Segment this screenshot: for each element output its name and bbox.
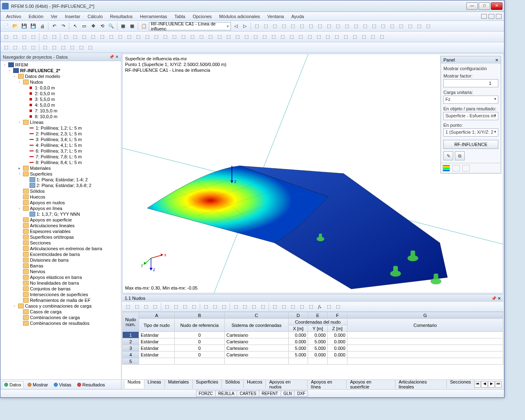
tb3-g-icon[interactable]: ⬚ [59, 43, 67, 52]
rf-influence-button[interactable]: RF-INFLUENCE [443, 140, 498, 149]
ttb-q-icon[interactable]: ⬚ [280, 303, 288, 311]
status-refent[interactable]: REFENT [259, 390, 281, 397]
print-icon[interactable]: 🖨 [38, 22, 46, 30]
next-icon[interactable]: ▷ [241, 22, 249, 30]
shade-icon[interactable]: ⬚ [50, 33, 58, 41]
menu-tabla[interactable]: Tabla [171, 13, 188, 20]
tree-item[interactable]: 1: Polilínea; 1,2; L: 5 m [0, 125, 121, 131]
tree-item[interactable]: 8: Polilínea; 8,4; L: 5 m [0, 160, 121, 165]
saveas-icon[interactable]: 💾 [29, 22, 37, 30]
ttb-r-icon[interactable]: ⬚ [289, 303, 297, 311]
table-tab[interactable]: Nudos [124, 379, 144, 388]
tree-item[interactable]: 3: Polilínea; 3,4; L: 5 m [0, 137, 121, 142]
tree-item[interactable]: Apoyos en nudos [0, 200, 121, 205]
status-cartes[interactable]: CARTES [237, 390, 259, 397]
tool-t-icon[interactable]: ⬚ [424, 22, 432, 30]
ttb-fx-icon[interactable]: 𝑓ₓ [316, 303, 324, 311]
grid-icon[interactable]: ▦ [119, 22, 127, 30]
tree-item[interactable]: Divisiones de barra [0, 257, 121, 263]
ttb-s-icon[interactable]: ⬚ [307, 303, 315, 311]
ttb-u-icon[interactable]: ⬚ [334, 303, 342, 311]
navigator-tree[interactable]: ▫RFEM ▫RF-INFLUENCE_2* ▫Datos del modelo… [0, 61, 121, 379]
table-pin-icon[interactable]: 📌 ✕ [491, 296, 501, 301]
menu-edicion[interactable]: Edición [25, 13, 47, 20]
view-z-icon[interactable]: ⬚ [29, 33, 37, 41]
tool-e-icon[interactable]: ⬚ [289, 22, 297, 30]
select-icon[interactable]: ▭ [80, 22, 88, 30]
tool-h-icon[interactable]: ⬚ [316, 22, 324, 30]
table-tab[interactable]: Apoyos en nudos [265, 379, 308, 388]
tree-item[interactable]: Espesores variables [0, 228, 121, 234]
tool-a-icon[interactable]: ⬚ [253, 22, 261, 30]
tab-prev-icon[interactable]: ◀ [481, 381, 488, 388]
render-icon[interactable]: ⬚ [41, 33, 49, 41]
menu-modulos[interactable]: Módulos adicionales [216, 13, 263, 20]
loadcase-combo[interactable]: RF-INFLUENCE CA1 - Línea de influenc [149, 22, 231, 30]
menu-ayuda[interactable]: Ayuda [288, 13, 307, 20]
tree-item[interactable]: Articulaciones en extremos de barra [0, 246, 121, 251]
ttb-d-icon[interactable]: ⬚ [151, 303, 159, 311]
ttb-p-icon[interactable]: ⬚ [271, 303, 279, 311]
tool-f-icon[interactable]: ⬚ [298, 22, 306, 30]
table-tab[interactable]: Superficies [192, 379, 222, 388]
tb2-af-icon[interactable]: ⬚ [342, 33, 350, 41]
tb3-c-icon[interactable]: ⬚ [20, 43, 28, 52]
ttb-e-icon[interactable]: ⬚ [163, 303, 171, 311]
tb2-c-icon[interactable]: ⬚ [80, 33, 88, 41]
table-tab[interactable]: Apoyos en línea [307, 379, 347, 388]
tree-item[interactable]: Secciones [0, 240, 121, 246]
tb2-ag-icon[interactable]: ⬚ [351, 33, 359, 41]
view-y-icon[interactable]: ⬚ [20, 33, 28, 41]
tree-item[interactable]: Articulaciones lineales [0, 223, 121, 228]
nav-tab-resultados[interactable]: Resultados [75, 381, 107, 388]
view-iso-icon[interactable]: ⬚ [2, 33, 10, 41]
tb2-w-icon[interactable]: ⬚ [260, 33, 269, 41]
tool-o-icon[interactable]: ⬚ [379, 22, 387, 30]
3d-viewport[interactable]: z x y z Superficie de influen [122, 54, 503, 293]
tb2-aa-icon[interactable]: ⬚ [297, 33, 305, 41]
tb2-ae-icon[interactable]: ⬚ [333, 33, 341, 41]
tb2-j-icon[interactable]: ⬚ [143, 33, 151, 41]
undo-icon[interactable]: ↶ [50, 22, 58, 30]
data-grid[interactable]: Nudo núm. A B C D E F G Tipo de nudo Nud… [122, 312, 503, 379]
ttb-g-icon[interactable]: ⬚ [181, 303, 189, 311]
tab-first-icon[interactable]: ⏮ [474, 381, 481, 388]
mdi-close-icon[interactable] [496, 14, 502, 19]
tb2-h-icon[interactable]: ⬚ [125, 33, 133, 41]
tree-item[interactable]: Conjuntos de barras [0, 286, 121, 292]
menu-insertar[interactable]: Insertar [62, 13, 83, 20]
tab-next-icon[interactable]: ▶ [488, 381, 495, 388]
rotate-icon[interactable]: ⟲ [98, 22, 106, 30]
menu-ver[interactable]: Ver [48, 13, 61, 20]
tb2-ab-icon[interactable]: ⬚ [306, 33, 314, 41]
tb3-a-icon[interactable]: ⬚ [2, 43, 10, 52]
tb2-ac-icon[interactable]: ⬚ [315, 33, 323, 41]
tree-item[interactable]: Sólidos [0, 188, 121, 194]
ttb-h-icon[interactable]: ⬚ [190, 303, 198, 311]
table-row[interactable]: 4Estándar0Cartesiano5.0000.0000.000 [123, 352, 503, 358]
tree-item[interactable]: 2: Polilínea; 2,3; L: 5 m [0, 131, 121, 137]
menu-herramientas[interactable]: Herramientas [137, 13, 170, 20]
tool-b-icon[interactable]: ⬚ [262, 22, 270, 30]
tb2-v-icon[interactable]: ⬚ [251, 33, 260, 41]
tb2-q-icon[interactable]: ⬚ [206, 33, 215, 41]
nav-tab-datos[interactable]: Datos [2, 381, 23, 388]
tb2-b-icon[interactable]: ⬚ [71, 33, 79, 41]
status-dxf[interactable]: DXF [294, 390, 308, 397]
tree-item[interactable]: Refinamientos de malla de EF [0, 297, 121, 303]
zoom-icon[interactable]: 🔍 [107, 22, 115, 30]
table-tab[interactable]: Secciones [446, 379, 475, 388]
tree-item[interactable]: Superficies ortótropas [0, 234, 121, 240]
tool-d-icon[interactable]: ⬚ [280, 22, 288, 30]
tb3-f-icon[interactable]: ⬚ [50, 43, 58, 52]
table-tab[interactable]: Materiales [164, 379, 193, 388]
status-forzc[interactable]: FORZC [196, 390, 216, 397]
tree-item[interactable]: Apoyos en superficie [0, 217, 121, 223]
tb3-d-icon[interactable]: ⬚ [29, 43, 37, 52]
factor-input[interactable] [443, 79, 498, 87]
status-gln[interactable]: GLN [281, 390, 295, 397]
view-x-icon[interactable]: ⬚ [11, 33, 19, 41]
redo-icon[interactable]: ↷ [59, 22, 67, 30]
tree-item[interactable]: 3: 5,5,0 m [0, 96, 121, 102]
tree-item[interactable]: 1: 1,3,7; G; YYY NNN [0, 211, 121, 217]
